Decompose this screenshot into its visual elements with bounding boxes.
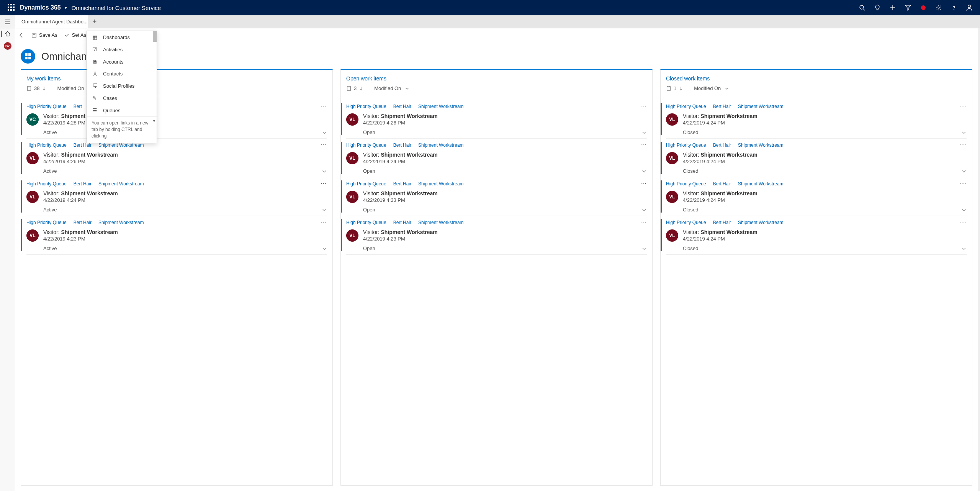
chevron-down-icon[interactable]: ▼ <box>152 119 156 123</box>
more-icon[interactable]: ··· <box>960 103 967 109</box>
more-icon[interactable]: ··· <box>321 103 327 109</box>
agent-link[interactable]: Bert Hair <box>393 142 411 148</box>
sort-label[interactable]: Modified On <box>57 85 84 91</box>
queue-link[interactable]: High Priority Queue <box>346 142 386 148</box>
agent-link[interactable]: Bert Hair <box>393 181 411 187</box>
chevron-down-icon[interactable] <box>641 246 647 251</box>
filter-icon[interactable] <box>900 0 916 15</box>
agent-link[interactable]: Bert Hair <box>713 142 731 148</box>
more-icon[interactable]: ··· <box>640 180 647 186</box>
chevron-down-icon[interactable] <box>405 86 409 91</box>
home-icon[interactable] <box>1 31 11 37</box>
queue-link[interactable]: High Priority Queue <box>346 181 386 187</box>
agent-link[interactable]: Bert Hair <box>393 104 411 109</box>
stream-link[interactable]: Shipment Workstream <box>418 181 463 187</box>
save-as-button[interactable]: Save As <box>31 32 57 38</box>
dropdown-item-queues[interactable]: ☰Queues <box>87 104 157 116</box>
work-item-card[interactable]: High Priority Queue Bert Hair Shipment W… <box>26 177 327 216</box>
chevron-down-icon[interactable]: ▼ <box>64 6 68 10</box>
agent-link[interactable]: Bert Hair <box>713 104 731 109</box>
queue-link[interactable]: High Priority Queue <box>666 220 706 225</box>
chevron-down-icon[interactable] <box>641 130 647 135</box>
more-icon[interactable]: ··· <box>640 103 647 109</box>
sort-arrow-icon[interactable] <box>679 86 683 91</box>
more-icon[interactable]: ··· <box>321 180 327 186</box>
agent-link[interactable]: Bert Hair <box>74 181 92 187</box>
stream-link[interactable]: Shipment Workstream <box>738 181 783 187</box>
lightbulb-icon[interactable] <box>870 0 885 15</box>
chevron-down-icon[interactable] <box>961 246 967 251</box>
work-item-card[interactable]: High Priority Queue Bert Hair Shipment W… <box>346 216 647 255</box>
queue-link[interactable]: High Priority Queue <box>26 104 67 109</box>
queue-link[interactable]: High Priority Queue <box>346 104 386 109</box>
recording-dot-icon[interactable] <box>916 0 931 15</box>
dropdown-item-social[interactable]: 🗨Social Profiles <box>87 80 157 92</box>
dropdown-item-activities[interactable]: ☑Activities <box>87 43 157 56</box>
queue-link[interactable]: High Priority Queue <box>666 104 706 109</box>
queue-link[interactable]: High Priority Queue <box>666 181 706 187</box>
hamburger-icon[interactable] <box>0 15 15 28</box>
sort-arrow-icon[interactable] <box>359 86 363 91</box>
more-icon[interactable]: ··· <box>640 142 647 147</box>
chevron-down-icon[interactable] <box>322 130 327 135</box>
gear-icon[interactable] <box>931 0 946 15</box>
stream-link[interactable]: Shipment Workstream <box>98 220 144 225</box>
more-icon[interactable]: ··· <box>321 142 327 147</box>
tab-add-button[interactable]: + <box>88 15 101 28</box>
work-item-card[interactable]: High Priority Queue Bert ··· VC Visitor:… <box>26 100 327 139</box>
work-item-card[interactable]: High Priority Queue Bert Hair Shipment W… <box>346 100 647 139</box>
more-icon[interactable]: ··· <box>960 142 967 147</box>
app-launcher-icon[interactable] <box>8 4 15 11</box>
tab-dashboard[interactable]: Omnichannel Agent Dashbo... <box>15 15 88 28</box>
chevron-down-icon[interactable] <box>322 207 327 213</box>
chevron-down-icon[interactable] <box>322 169 327 174</box>
more-icon[interactable]: ··· <box>960 219 967 225</box>
chevron-down-icon[interactable] <box>641 207 647 213</box>
more-icon[interactable]: ··· <box>960 180 967 186</box>
work-item-card[interactable]: High Priority Queue Bert Hair Shipment W… <box>26 139 327 177</box>
plus-icon[interactable] <box>885 0 900 15</box>
queue-link[interactable]: High Priority Queue <box>26 142 67 148</box>
stream-link[interactable]: Shipment Workstream <box>738 220 783 225</box>
user-icon[interactable] <box>962 0 977 15</box>
stream-link[interactable]: Shipment Workstream <box>418 142 463 148</box>
back-button[interactable] <box>18 32 25 38</box>
agent-link[interactable]: Bert Hair <box>713 220 731 225</box>
presence-avatar[interactable]: IW <box>4 42 11 50</box>
stream-link[interactable]: Shipment Workstream <box>738 104 783 109</box>
search-icon[interactable] <box>854 0 870 15</box>
stream-link[interactable]: Shipment Workstream <box>98 181 144 187</box>
dropdown-item-accounts[interactable]: 🗎Accounts <box>87 56 157 68</box>
chevron-down-icon[interactable] <box>322 246 327 251</box>
queue-link[interactable]: High Priority Queue <box>346 220 386 225</box>
agent-link[interactable]: Bert <box>74 104 82 109</box>
more-icon[interactable]: ··· <box>640 219 647 225</box>
work-item-card[interactable]: High Priority Queue Bert Hair Shipment W… <box>666 100 967 139</box>
chevron-down-icon[interactable] <box>961 207 967 213</box>
more-icon[interactable]: ··· <box>321 219 327 225</box>
chevron-down-icon[interactable] <box>961 130 967 135</box>
work-item-card[interactable]: High Priority Queue Bert Hair Shipment W… <box>666 139 967 177</box>
scrollbar[interactable] <box>978 28 980 491</box>
chevron-down-icon[interactable] <box>961 169 967 174</box>
work-item-card[interactable]: High Priority Queue Bert Hair Shipment W… <box>26 216 327 255</box>
queue-link[interactable]: High Priority Queue <box>666 142 706 148</box>
chevron-down-icon[interactable] <box>725 86 729 91</box>
stream-link[interactable]: Shipment Workstream <box>738 142 783 148</box>
work-item-card[interactable]: High Priority Queue Bert Hair Shipment W… <box>346 177 647 216</box>
work-item-card[interactable]: High Priority Queue Bert Hair Shipment W… <box>666 177 967 216</box>
help-icon[interactable] <box>946 0 962 15</box>
work-item-card[interactable]: High Priority Queue Bert Hair Shipment W… <box>666 216 967 255</box>
queue-link[interactable]: High Priority Queue <box>26 220 67 225</box>
dropdown-item-cases[interactable]: ✎Cases <box>87 92 157 104</box>
agent-link[interactable]: Bert Hair <box>713 181 731 187</box>
work-item-card[interactable]: High Priority Queue Bert Hair Shipment W… <box>346 139 647 177</box>
brand-name[interactable]: Dynamics 365 <box>20 4 61 11</box>
agent-link[interactable]: Bert Hair <box>393 220 411 225</box>
agent-link[interactable]: Bert Hair <box>74 220 92 225</box>
dropdown-item-contacts[interactable]: Contacts <box>87 68 157 80</box>
sort-arrow-icon[interactable] <box>42 86 46 91</box>
dropdown-item-dashboards[interactable]: ▦Dashboards <box>87 31 157 43</box>
stream-link[interactable]: Shipment Workstream <box>418 220 463 225</box>
sort-label[interactable]: Modified On <box>374 85 401 91</box>
